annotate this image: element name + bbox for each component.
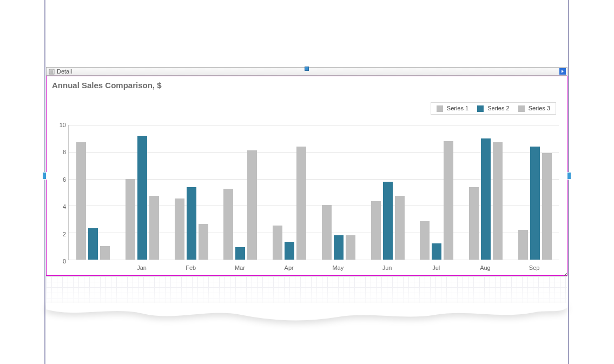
legend-item-series3: Series 3 (518, 105, 550, 112)
legend-swatch-series3 (518, 105, 525, 112)
bar-series2-3 (235, 247, 245, 260)
bar-series2-5 (334, 235, 344, 260)
bar-series3-7 (444, 141, 453, 260)
bar-series2-6 (383, 182, 393, 260)
bar-series1-5 (322, 205, 332, 260)
gridline (69, 260, 559, 260)
x-tick-label: Apr (285, 264, 294, 271)
detail-band-icon (49, 69, 55, 75)
bar-series3-9 (542, 153, 552, 260)
y-tick-label: 2 (58, 231, 66, 237)
bar-series3-0 (100, 246, 110, 260)
x-tick-label: May (332, 264, 344, 271)
bar-series1-8 (469, 187, 479, 260)
x-tick-label: Aug (480, 264, 491, 271)
legend-item-series1: Series 1 (437, 105, 468, 112)
detail-band-label: Detail (57, 68, 72, 75)
legend-swatch-series1 (437, 105, 443, 112)
bar-series2-2 (187, 187, 196, 260)
bar-series1-1 (126, 179, 135, 260)
chart-control[interactable]: Annual Sales Comparison, $ Series 1 Seri… (46, 76, 567, 276)
legend-item-series2: Series 2 (477, 105, 509, 112)
x-tick-label: Mar (235, 264, 245, 271)
bar-series1-2 (175, 198, 184, 260)
bar-series3-6 (395, 196, 405, 260)
legend-label-series2: Series 2 (487, 105, 509, 111)
x-tick-label: Jan (137, 264, 147, 271)
bar-series2-9 (530, 147, 540, 260)
bar-series3-3 (247, 150, 257, 260)
bar-series3-2 (199, 224, 208, 260)
legend-label-series1: Series 1 (447, 105, 468, 111)
bar-series1-3 (223, 189, 233, 260)
y-tick-label: 6 (58, 176, 66, 183)
bar-series1-0 (76, 142, 86, 260)
chart-legend: Series 1 Series 2 Series 3 (431, 102, 556, 115)
bar-series2-1 (137, 136, 147, 260)
x-tick-label: Sep (529, 264, 540, 271)
y-tick-label: 10 (58, 122, 66, 128)
selection-handle-east[interactable] (567, 172, 571, 180)
y-tick-label: 4 (58, 203, 66, 210)
x-tick-label: Jul (432, 264, 440, 271)
legend-swatch-series2 (477, 105, 484, 112)
bar-series3-8 (493, 142, 503, 260)
chart-plot-area (68, 125, 559, 260)
x-tick-label: Jun (382, 264, 392, 271)
band-center-handle[interactable] (305, 67, 309, 71)
band-smart-tag[interactable] (559, 68, 566, 75)
bar-series2-7 (432, 243, 441, 260)
report-designer-surface[interactable]: Detail Annual Sales Comparison, $ Series… (46, 67, 567, 308)
bar-series2-8 (481, 138, 491, 260)
detail-band-header[interactable]: Detail (46, 67, 567, 76)
gridline (69, 125, 559, 125)
bar-series1-4 (273, 226, 282, 260)
chart-title: Annual Sales Comparison, $ (47, 76, 567, 90)
x-tick-label: Feb (186, 264, 196, 271)
bar-series2-4 (285, 242, 294, 260)
bar-series2-0 (88, 228, 98, 260)
y-tick-label: 8 (58, 149, 66, 155)
bar-series1-7 (420, 221, 430, 260)
bar-series3-4 (296, 147, 306, 260)
bar-series3-5 (346, 235, 355, 260)
design-grid-area[interactable] (46, 276, 567, 308)
bar-series3-1 (149, 196, 159, 260)
selection-handle-west[interactable] (42, 172, 47, 180)
bar-series1-9 (518, 230, 528, 260)
legend-label-series3: Series 3 (529, 105, 550, 111)
y-tick-label: 0 (58, 258, 66, 264)
bar-series1-6 (371, 201, 381, 260)
